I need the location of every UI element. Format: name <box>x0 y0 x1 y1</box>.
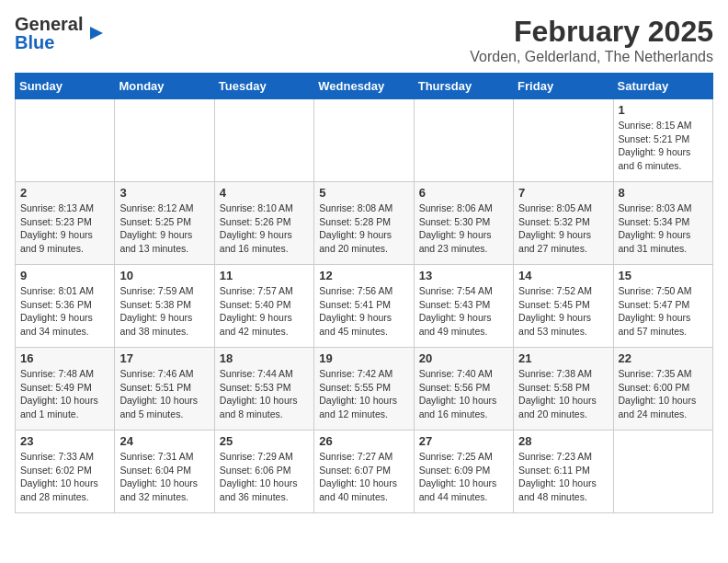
day-number: 22 <box>619 351 708 365</box>
header-friday: Friday <box>514 74 613 99</box>
day-number: 17 <box>119 351 209 365</box>
day-number: 23 <box>20 434 109 448</box>
calendar-table: Sunday Monday Tuesday Wednesday Thursday… <box>15 73 713 513</box>
table-row <box>514 99 613 182</box>
day-info: Sunrise: 7:59 AM Sunset: 5:38 PM Dayligh… <box>119 284 209 339</box>
header: General Blue February 2025 Vorden, Gelde… <box>15 15 713 65</box>
day-info: Sunrise: 7:25 AM Sunset: 6:09 PM Dayligh… <box>419 450 508 504</box>
day-number: 13 <box>419 269 508 282</box>
table-row: 15Sunrise: 7:50 AM Sunset: 5:47 PM Dayli… <box>613 265 712 348</box>
day-number: 10 <box>119 269 209 282</box>
day-info: Sunrise: 8:05 AM Sunset: 5:32 PM Dayligh… <box>518 201 608 256</box>
day-number: 6 <box>419 186 508 200</box>
calendar-week-row: 9Sunrise: 8:01 AM Sunset: 5:36 PM Daylig… <box>16 265 713 348</box>
day-info: Sunrise: 8:15 AM Sunset: 5:21 PM Dayligh… <box>619 119 708 173</box>
day-number: 9 <box>20 269 109 282</box>
day-info: Sunrise: 7:33 AM Sunset: 6:02 PM Dayligh… <box>20 450 109 504</box>
calendar-title: February 2025 <box>470 15 713 49</box>
day-info: Sunrise: 7:56 AM Sunset: 5:41 PM Dayligh… <box>319 284 408 339</box>
day-info: Sunrise: 7:44 AM Sunset: 5:53 PM Dayligh… <box>220 367 309 421</box>
table-row: 21Sunrise: 7:38 AM Sunset: 5:58 PM Dayli… <box>514 348 613 431</box>
day-info: Sunrise: 8:08 AM Sunset: 5:28 PM Dayligh… <box>319 201 408 256</box>
logo-blue: Blue <box>15 33 83 52</box>
table-row: 10Sunrise: 7:59 AM Sunset: 5:38 PM Dayli… <box>115 265 214 348</box>
day-number: 16 <box>20 351 109 365</box>
day-info: Sunrise: 8:10 AM Sunset: 5:26 PM Dayligh… <box>220 201 309 256</box>
table-row: 26Sunrise: 7:27 AM Sunset: 6:07 PM Dayli… <box>314 431 414 513</box>
day-number: 8 <box>619 186 708 200</box>
table-row: 11Sunrise: 7:57 AM Sunset: 5:40 PM Dayli… <box>214 265 313 348</box>
table-row <box>16 99 115 182</box>
table-row: 2Sunrise: 8:13 AM Sunset: 5:23 PM Daylig… <box>16 182 115 265</box>
day-info: Sunrise: 7:42 AM Sunset: 5:55 PM Dayligh… <box>319 367 408 421</box>
table-row <box>414 99 513 182</box>
table-row: 7Sunrise: 8:05 AM Sunset: 5:32 PM Daylig… <box>514 182 613 265</box>
day-info: Sunrise: 7:57 AM Sunset: 5:40 PM Dayligh… <box>220 284 309 339</box>
day-info: Sunrise: 7:40 AM Sunset: 5:56 PM Dayligh… <box>419 367 508 421</box>
day-number: 1 <box>619 103 708 117</box>
day-number: 4 <box>220 186 309 200</box>
logo-arrow-icon <box>86 23 107 43</box>
day-info: Sunrise: 8:13 AM Sunset: 5:23 PM Dayligh… <box>20 201 109 256</box>
table-row: 17Sunrise: 7:46 AM Sunset: 5:51 PM Dayli… <box>115 348 214 431</box>
day-number: 26 <box>319 434 408 448</box>
calendar-week-row: 2Sunrise: 8:13 AM Sunset: 5:23 PM Daylig… <box>16 182 713 265</box>
header-saturday: Saturday <box>613 74 712 99</box>
day-number: 20 <box>419 351 508 365</box>
table-row: 16Sunrise: 7:48 AM Sunset: 5:49 PM Dayli… <box>16 348 115 431</box>
calendar-week-row: 1Sunrise: 8:15 AM Sunset: 5:21 PM Daylig… <box>16 99 713 182</box>
table-row: 5Sunrise: 8:08 AM Sunset: 5:28 PM Daylig… <box>314 182 414 265</box>
table-row: 9Sunrise: 8:01 AM Sunset: 5:36 PM Daylig… <box>16 265 115 348</box>
day-info: Sunrise: 8:01 AM Sunset: 5:36 PM Dayligh… <box>20 284 109 339</box>
table-row: 6Sunrise: 8:06 AM Sunset: 5:30 PM Daylig… <box>414 182 513 265</box>
day-info: Sunrise: 7:54 AM Sunset: 5:43 PM Dayligh… <box>419 284 508 339</box>
calendar-subtitle: Vorden, Gelderland, The Netherlands <box>470 49 713 65</box>
day-number: 15 <box>619 269 708 282</box>
day-info: Sunrise: 7:50 AM Sunset: 5:47 PM Dayligh… <box>619 284 708 339</box>
day-info: Sunrise: 7:35 AM Sunset: 6:00 PM Dayligh… <box>619 367 708 421</box>
header-monday: Monday <box>115 74 214 99</box>
table-row: 18Sunrise: 7:44 AM Sunset: 5:53 PM Dayli… <box>214 348 313 431</box>
day-info: Sunrise: 7:31 AM Sunset: 6:04 PM Dayligh… <box>119 450 209 504</box>
day-number: 2 <box>20 186 109 200</box>
day-number: 7 <box>518 186 608 200</box>
table-row <box>115 99 214 182</box>
table-row <box>613 431 712 513</box>
table-row: 14Sunrise: 7:52 AM Sunset: 5:45 PM Dayli… <box>514 265 613 348</box>
day-number: 25 <box>220 434 309 448</box>
day-info: Sunrise: 8:12 AM Sunset: 5:25 PM Dayligh… <box>119 201 209 256</box>
table-row: 22Sunrise: 7:35 AM Sunset: 6:00 PM Dayli… <box>613 348 712 431</box>
day-number: 28 <box>518 434 608 448</box>
header-thursday: Thursday <box>414 74 513 99</box>
day-number: 24 <box>119 434 209 448</box>
day-info: Sunrise: 7:38 AM Sunset: 5:58 PM Dayligh… <box>518 367 608 421</box>
day-number: 27 <box>419 434 508 448</box>
day-number: 12 <box>319 269 408 282</box>
table-row: 8Sunrise: 8:03 AM Sunset: 5:34 PM Daylig… <box>613 182 712 265</box>
table-row: 23Sunrise: 7:33 AM Sunset: 6:02 PM Dayli… <box>16 431 115 513</box>
table-row: 25Sunrise: 7:29 AM Sunset: 6:06 PM Dayli… <box>214 431 313 513</box>
table-row: 19Sunrise: 7:42 AM Sunset: 5:55 PM Dayli… <box>314 348 414 431</box>
day-number: 19 <box>319 351 408 365</box>
header-tuesday: Tuesday <box>214 74 313 99</box>
table-row: 24Sunrise: 7:31 AM Sunset: 6:04 PM Dayli… <box>115 431 214 513</box>
day-header-row: Sunday Monday Tuesday Wednesday Thursday… <box>16 74 713 99</box>
table-row: 12Sunrise: 7:56 AM Sunset: 5:41 PM Dayli… <box>314 265 414 348</box>
table-row: 20Sunrise: 7:40 AM Sunset: 5:56 PM Dayli… <box>414 348 513 431</box>
header-sunday: Sunday <box>16 74 115 99</box>
day-number: 21 <box>518 351 608 365</box>
svg-marker-0 <box>90 27 103 40</box>
day-info: Sunrise: 7:23 AM Sunset: 6:11 PM Dayligh… <box>518 450 608 504</box>
calendar-week-row: 16Sunrise: 7:48 AM Sunset: 5:49 PM Dayli… <box>16 348 713 431</box>
day-info: Sunrise: 8:03 AM Sunset: 5:34 PM Dayligh… <box>619 201 708 256</box>
table-row <box>214 99 313 182</box>
calendar-week-row: 23Sunrise: 7:33 AM Sunset: 6:02 PM Dayli… <box>16 431 713 513</box>
day-number: 3 <box>119 186 209 200</box>
logo-general: General <box>15 15 83 33</box>
logo: General Blue <box>15 15 107 52</box>
day-info: Sunrise: 7:48 AM Sunset: 5:49 PM Dayligh… <box>20 367 109 421</box>
day-info: Sunrise: 7:27 AM Sunset: 6:07 PM Dayligh… <box>319 450 408 504</box>
table-row: 1Sunrise: 8:15 AM Sunset: 5:21 PM Daylig… <box>613 99 712 182</box>
day-number: 5 <box>319 186 408 200</box>
table-row: 3Sunrise: 8:12 AM Sunset: 5:25 PM Daylig… <box>115 182 214 265</box>
